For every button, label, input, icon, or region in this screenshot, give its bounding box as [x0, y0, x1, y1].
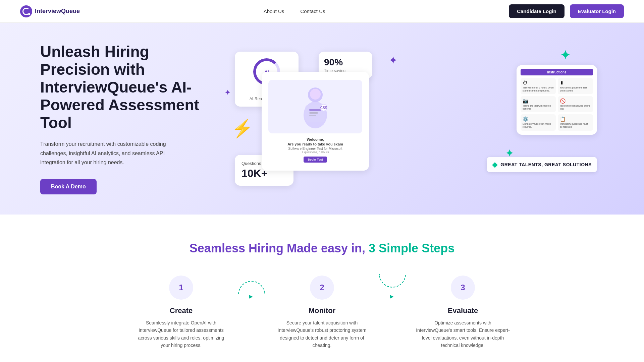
steps-container: 1 Create Seamlessly integrate OpenAI wit… — [40, 276, 604, 349]
step-2: 2 Monitor Secure your talent acquisition… — [265, 276, 379, 349]
nav-contact[interactable]: Contact Us — [300, 8, 325, 14]
logo-link[interactable]: InterviewQueue — [20, 5, 80, 17]
card-ready-text: Are you ready to take you exam — [268, 142, 362, 146]
svg-text:CSS: CSS — [320, 106, 327, 110]
hero-left: Unleash Hiring Precision with InterviewQ… — [40, 43, 201, 194]
step-3-number: 3 — [451, 276, 475, 300]
talents-banner: ◆ GREAT TALENTS, GREAT SOLUTIONS — [487, 157, 597, 172]
nav-about[interactable]: About Us — [264, 8, 284, 14]
instr-item-6: 📋 Mandatory guidelines must be followed. — [558, 114, 593, 130]
arrow-right-1: ▶ — [249, 294, 253, 299]
person-illustration: CSS — [295, 85, 335, 128]
instr-item-1: ⏱ Test will run for 2 hours. Once starte… — [521, 78, 556, 94]
hero-subtitle: Transform your recruitment with customiz… — [40, 139, 181, 167]
instr-text-5: Mandatory fullscreen mode required. — [523, 122, 554, 128]
talents-text: GREAT TALENTS, GREAT SOLUTIONS — [500, 162, 592, 167]
step-3-desc: Optimize assessments with InterviewQueue… — [416, 319, 510, 349]
instr-text-1: Test will run for 2 hours. Once started … — [523, 86, 554, 92]
book-demo-button[interactable]: Book A Demo — [40, 179, 97, 194]
test-name: Software Engineer Test for Microsoft — [268, 147, 362, 150]
diamond-icon: ◆ — [492, 160, 498, 169]
mandatory-icon-2: 📋 — [560, 116, 591, 122]
sparkle-icon-1: ✦ — [389, 55, 397, 66]
hero-visual: ✦ ✦ ✦ ✦ ⚡ AI AI AI-Ready Solutions 90% T… — [215, 45, 604, 192]
hero-title: Unleash Hiring Precision with InterviewQ… — [40, 43, 201, 131]
svg-rect-6 — [309, 115, 316, 116]
logo-text: InterviewQueue — [35, 8, 80, 15]
steps-section: Seamless Hiring Made easy in, 3 Simple S… — [0, 215, 644, 362]
step-3: 3 Evaluate Optimize assessments with Int… — [406, 276, 520, 349]
instr-item-2: ⏸ You cannot pause the test once started… — [558, 78, 593, 94]
steps-title-part2: 3 Simple Steps — [369, 241, 454, 255]
step-3-title: Evaluate — [448, 306, 478, 315]
candidate-login-button[interactable]: Candidate Login — [509, 4, 565, 18]
step-1-title: Create — [170, 306, 193, 315]
lightning-icon: ⚡ — [231, 118, 253, 139]
steps-title-part1: Seamless Hiring Made easy in, — [190, 241, 365, 255]
pause-icon: ⏸ — [560, 80, 591, 85]
no-switch-icon: 🚫 — [560, 98, 591, 104]
svg-point-2 — [310, 89, 321, 100]
arc-bottom — [379, 274, 406, 288]
sparkle-icon-2: ✦ — [560, 48, 570, 62]
instructions-grid: ⏱ Test will run for 2 hours. Once starte… — [521, 78, 593, 131]
welcome-text: Welcome, — [268, 137, 362, 141]
connector-1-2: ▶ — [238, 281, 265, 299]
instr-text-2: You cannot pause the test once started. — [560, 86, 591, 92]
start-test-button[interactable]: Begin Test — [304, 157, 327, 163]
welcome-card-image: CSS — [268, 80, 362, 133]
connector-2-3: ▶ — [379, 281, 406, 299]
svg-rect-4 — [309, 109, 321, 111]
welcome-card: CSS Welcome, Are you ready to take you e… — [262, 72, 369, 171]
evaluator-login-button[interactable]: Evaluator Login — [570, 4, 624, 18]
mandatory-icon-1: ⚙️ — [523, 116, 554, 122]
navbar: InterviewQueue About Us Contact Us Candi… — [0, 0, 644, 23]
instr-item-4: 🚫 Tab switch not allowed during test. — [558, 96, 593, 112]
sparkle-icon-3: ✦ — [225, 88, 230, 97]
arc-top — [238, 281, 265, 294]
step-2-desc: Secure your talent acquisition with Inte… — [275, 319, 369, 349]
clock-icon: ⏱ — [523, 80, 554, 85]
instructions-title: Instructions — [521, 69, 593, 75]
steps-title: Seamless Hiring Made easy in, 3 Simple S… — [40, 241, 604, 255]
instr-text-4: Tab switch not allowed during test. — [560, 104, 591, 110]
svg-rect-5 — [309, 112, 318, 114]
instructions-card: Instructions ⏱ Test will run for 2 hours… — [517, 65, 597, 135]
test-info: 7 questions, 3 hours — [268, 150, 362, 154]
step-1-desc: Seamlessly integrate OpenAI with Intervi… — [134, 319, 228, 349]
logo-icon — [20, 5, 32, 17]
arrow-right-2: ▶ — [390, 294, 394, 299]
saving-percent: 90% — [324, 57, 367, 68]
nav-links: About Us Contact Us — [264, 8, 325, 14]
hero-section: Unleash Hiring Precision with InterviewQ… — [0, 23, 644, 215]
instr-item-5: ⚙️ Mandatory fullscreen mode required. — [521, 114, 556, 130]
step-1-number: 1 — [169, 276, 193, 300]
video-icon: 📷 — [523, 98, 554, 104]
step-1: 1 Create Seamlessly integrate OpenAI wit… — [124, 276, 238, 349]
instr-text-6: Mandatory guidelines must be followed. — [560, 122, 591, 128]
instr-text-3: Taking the test with video is optional. — [523, 104, 554, 110]
step-2-number: 2 — [310, 276, 334, 300]
step-2-title: Monitor — [309, 306, 336, 315]
instr-item-3: 📷 Taking the test with video is optional… — [521, 96, 556, 112]
nav-buttons: Candidate Login Evaluator Login — [509, 4, 624, 18]
